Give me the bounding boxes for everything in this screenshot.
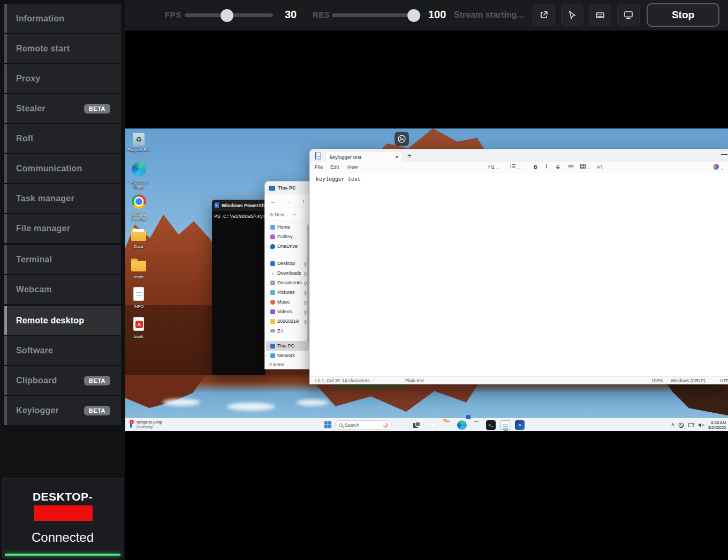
- link-button[interactable]: [568, 164, 574, 170]
- open-external-button[interactable]: [533, 4, 555, 26]
- strikethrough-button[interactable]: S: [556, 164, 559, 170]
- start-button[interactable]: [324, 421, 332, 429]
- res-slider[interactable]: [332, 13, 421, 17]
- notepad-tab[interactable]: keylogger test ●: [325, 151, 403, 162]
- menu-edit[interactable]: Edit: [330, 164, 339, 170]
- up-button[interactable]: ↑: [302, 198, 305, 205]
- sidebar-item-label: Keylogger: [16, 406, 59, 415]
- stream-overlay-widget[interactable]: [395, 132, 409, 146]
- nav-item-network[interactable]: ›Network: [265, 351, 310, 360]
- sidebar-item-task-manager[interactable]: Task manager: [4, 184, 121, 213]
- sidebar-item-terminal[interactable]: Terminal: [4, 245, 121, 274]
- notepad-tab-bar: keylogger test ● + —: [310, 149, 728, 162]
- sidebar-item-stealer[interactable]: StealerBETA: [4, 94, 121, 123]
- minimize-button[interactable]: —: [721, 150, 727, 158]
- sidebar-item-keylogger[interactable]: KeyloggerBETA: [4, 396, 121, 425]
- desktop-icon-chrome[interactable]: Google Chrome: [126, 194, 151, 222]
- fps-slider[interactable]: [185, 13, 273, 17]
- taskbar-search[interactable]: Search: [335, 420, 392, 430]
- style-dropdown[interactable]: H1 ⌄: [488, 164, 499, 170]
- taskbar-app-edge[interactable]: [457, 420, 467, 430]
- nav-item-documents[interactable]: Documents: [265, 278, 310, 287]
- sidebar-item-remote-start[interactable]: Remote start: [4, 34, 121, 63]
- taskbar-app-powershell[interactable]: >: [515, 420, 525, 430]
- nav-item-downloads[interactable]: ↓Downloads: [265, 268, 310, 278]
- nav-item-onedrive[interactable]: ›OneDrive: [265, 241, 310, 251]
- italic-button[interactable]: I: [545, 164, 547, 169]
- weather-widget[interactable]: 1 Temps to jumpThursday: [129, 420, 162, 429]
- stream-toolbar: FPS 30 RES 100 Stream starting... Stop: [125, 0, 728, 31]
- sidebar-item-webcam[interactable]: Webcam: [4, 275, 121, 304]
- open-indicator: [445, 421, 450, 422]
- task-view-button[interactable]: [413, 422, 420, 428]
- explorer-nav-pane[interactable]: Home Gallery ›OneDrive Desktop ↓Download…: [265, 222, 310, 360]
- sidebar-item-software[interactable]: Software: [4, 336, 121, 365]
- menu-file[interactable]: File: [315, 164, 323, 170]
- clock-date: 3/24/2026: [708, 425, 726, 430]
- nav-item-gallery[interactable]: Gallery: [265, 232, 310, 241]
- status-char-count: 14 characters: [342, 378, 370, 383]
- volume-muted-icon[interactable]: [698, 422, 704, 428]
- display-button[interactable]: [617, 4, 640, 26]
- desktop-icon-data-folder[interactable]: Data: [126, 227, 151, 249]
- cut-icon[interactable]: ✂: [293, 212, 297, 217]
- notepad-editor[interactable]: keylogger test: [310, 172, 728, 376]
- explorer-scrollbar[interactable]: [307, 224, 309, 342]
- copilot-button[interactable]: ⌄: [713, 164, 724, 171]
- remote-keyboard-button[interactable]: [589, 4, 611, 26]
- nav-item-this-pc[interactable]: ›This PC: [266, 341, 309, 351]
- explorer-window[interactable]: This PC ← → ↑ ⊕ New ⌄ ✂ Home Gallery ›On…: [264, 181, 310, 369]
- hidden-icons-chevron[interactable]: ^: [671, 422, 674, 428]
- nav-item-videos[interactable]: Videos: [265, 307, 310, 316]
- bold-button[interactable]: B: [534, 164, 537, 170]
- back-button[interactable]: ←: [270, 198, 276, 205]
- res-slider-thumb[interactable]: [407, 9, 420, 22]
- pin-icon: [304, 320, 307, 323]
- remote-cursor-button[interactable]: [561, 4, 583, 26]
- sidebar-item-communication[interactable]: Communication: [4, 154, 121, 183]
- keyboard-icon: [595, 10, 605, 20]
- explorer-tab-bar[interactable]: This PC: [265, 181, 310, 194]
- sidebar-item-label: Remote desktop: [16, 316, 84, 326]
- nav-item-pictures[interactable]: Pictures: [265, 287, 310, 297]
- fps-slider-thumb[interactable]: [221, 9, 233, 22]
- remote-desktop-viewport[interactable]: ♻Recycle Bin Microsoft Edge Google Chrom…: [125, 128, 728, 431]
- sidebar-item-information[interactable]: Information: [4, 4, 121, 33]
- table-dropdown[interactable]: ⌄: [580, 164, 590, 170]
- forward-button[interactable]: →: [286, 198, 292, 205]
- sidebar-item-clipboard[interactable]: ClipboardBETA: [4, 366, 121, 395]
- nav-item-dated-folder[interactable]: 20260219: [265, 316, 310, 326]
- clear-format-button[interactable]: A: [597, 164, 603, 170]
- item-stripe: [4, 4, 7, 33]
- taskbar-clock[interactable]: 6:28 AM 3/24/2026: [708, 420, 726, 430]
- nav-item-desktop[interactable]: Desktop: [265, 259, 310, 268]
- list-dropdown[interactable]: ⌄: [510, 164, 520, 170]
- powershell-terminal[interactable]: PS C:\WINDOWS\syst: [212, 211, 266, 222]
- sidebar-item-file-manager[interactable]: File manager: [4, 214, 121, 243]
- powershell-window[interactable]: >_ Windows PowerShell PS C:\WINDOWS\syst: [212, 200, 266, 375]
- nav-item-z-drive[interactable]: Z:\: [265, 326, 310, 336]
- taskbar-app-notepad[interactable]: [500, 420, 510, 430]
- desktop-icon-pdf[interactable]: book: [126, 317, 151, 339]
- sidebar-item-label: Terminal: [16, 255, 52, 264]
- touch-keyboard-icon[interactable]: [688, 422, 694, 428]
- powershell-titlebar[interactable]: >_ Windows PowerShell: [212, 200, 266, 211]
- desktop-icon-edge[interactable]: Microsoft Edge: [126, 162, 151, 190]
- status-zoom[interactable]: 100%: [651, 378, 663, 383]
- new-tab-button[interactable]: +: [407, 152, 412, 160]
- desktop-icon-info-doc[interactable]: INFO: [126, 287, 151, 309]
- notepad-text: keylogger test: [316, 177, 722, 183]
- new-button[interactable]: ⊕ New ⌄: [269, 212, 289, 217]
- sidebar-item-proxy[interactable]: Proxy: [4, 64, 121, 93]
- notifications-off-icon[interactable]: [678, 422, 684, 428]
- taskbar-app-terminal[interactable]: >_: [486, 420, 496, 430]
- desktop-icon-tools-folder[interactable]: tools: [126, 258, 151, 279]
- sidebar-item-remote-desktop[interactable]: Remote desktop: [4, 306, 121, 335]
- sidebar-item-rofl[interactable]: Rofl: [4, 124, 121, 153]
- desktop-icon-recycle-bin[interactable]: ♻Recycle Bin: [126, 133, 151, 152]
- menu-view[interactable]: View: [347, 164, 358, 170]
- nav-item-home[interactable]: Home: [265, 222, 310, 232]
- notepad-window[interactable]: keylogger test ● + — File Edit View H1 ⌄…: [309, 149, 728, 384]
- stop-stream-button[interactable]: Stop: [647, 3, 719, 27]
- nav-item-music[interactable]: Music: [265, 297, 310, 307]
